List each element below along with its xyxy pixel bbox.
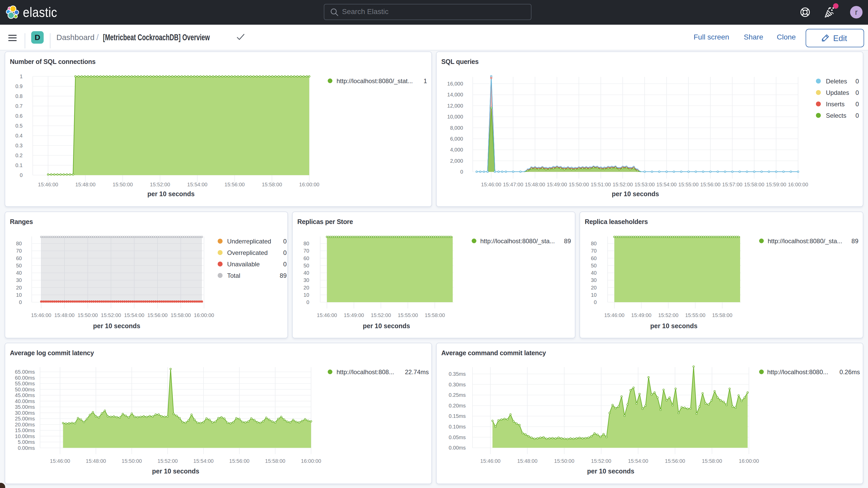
- svg-text:15:54:00: 15:54:00: [124, 312, 145, 318]
- svg-text:15:46:00: 15:46:00: [480, 458, 500, 464]
- svg-text:http://localhost:808...: http://localhost:808...: [337, 368, 394, 375]
- svg-text:15:46:00: 15:46:00: [481, 182, 501, 187]
- svg-text:Selects: Selects: [826, 112, 846, 119]
- svg-text:15:58:00: 15:58:00: [744, 182, 764, 187]
- svg-text:Total: Total: [227, 272, 240, 279]
- svg-text:15:59:00: 15:59:00: [766, 182, 786, 187]
- svg-text:http://localhost:8080...: http://localhost:8080...: [767, 368, 828, 375]
- svg-text:0.26ms: 0.26ms: [839, 368, 860, 375]
- svg-text:15:52:00: 15:52:00: [613, 182, 633, 187]
- svg-text:16:00:00: 16:00:00: [788, 182, 808, 187]
- svg-text:20: 20: [16, 285, 22, 291]
- svg-text:0: 0: [19, 299, 22, 305]
- svg-text:10.00ms: 10.00ms: [15, 433, 35, 439]
- svg-text:0.00ms: 0.00ms: [18, 445, 35, 451]
- svg-text:0.8: 0.8: [16, 93, 23, 99]
- svg-text:15:58:00: 15:58:00: [712, 312, 732, 318]
- svg-text:80: 80: [304, 241, 309, 246]
- svg-text:0: 0: [856, 78, 859, 85]
- svg-text:20.00ms: 20.00ms: [15, 422, 35, 427]
- svg-text:89: 89: [280, 272, 287, 279]
- svg-text:15:54:00: 15:54:00: [628, 458, 648, 464]
- svg-text:89: 89: [851, 238, 858, 245]
- svg-text:15:46:00: 15:46:00: [50, 458, 70, 464]
- svg-text:2,000: 2,000: [450, 158, 463, 164]
- svg-text:Underreplicated: Underreplicated: [227, 238, 271, 245]
- svg-text:15:49:00: 15:49:00: [631, 312, 652, 318]
- svg-text:1: 1: [20, 73, 23, 79]
- svg-text:89: 89: [564, 238, 571, 245]
- svg-text:0: 0: [594, 299, 597, 305]
- svg-text:10: 10: [304, 292, 309, 298]
- svg-text:15:50:00: 15:50:00: [122, 458, 142, 464]
- svg-text:15:46:00: 15:46:00: [317, 312, 337, 318]
- svg-text:0.3: 0.3: [16, 143, 23, 148]
- svg-text:per 10 seconds: per 10 seconds: [363, 322, 410, 330]
- svg-text:15.00ms: 15.00ms: [15, 427, 35, 433]
- svg-text:0.05ms: 0.05ms: [448, 434, 466, 440]
- svg-text:Overreplicated: Overreplicated: [227, 249, 268, 256]
- svg-text:16,000: 16,000: [447, 81, 463, 87]
- svg-text:0.5: 0.5: [16, 123, 23, 129]
- svg-text:Unavailable: Unavailable: [227, 261, 259, 268]
- svg-text:15:49:00: 15:49:00: [344, 312, 364, 318]
- svg-text:15:56:00: 15:56:00: [229, 458, 249, 464]
- svg-text:per 10 seconds: per 10 seconds: [93, 322, 140, 330]
- svg-text:14,000: 14,000: [447, 92, 463, 97]
- svg-text:15:54:00: 15:54:00: [193, 458, 214, 464]
- svg-text:0: 0: [283, 261, 287, 268]
- svg-text:70: 70: [304, 248, 309, 254]
- svg-text:70: 70: [591, 248, 597, 254]
- svg-text:15:58:00: 15:58:00: [265, 458, 285, 464]
- svg-text:60: 60: [16, 255, 22, 261]
- svg-text:15:48:00: 15:48:00: [86, 458, 106, 464]
- svg-text:15:46:00: 15:46:00: [604, 312, 624, 318]
- svg-text:0.35ms: 0.35ms: [448, 371, 466, 377]
- svg-text:15:46:00: 15:46:00: [38, 182, 58, 187]
- svg-text:80: 80: [591, 241, 597, 246]
- svg-text:15:50:00: 15:50:00: [554, 458, 574, 464]
- svg-text:15:48:00: 15:48:00: [75, 182, 96, 187]
- svg-text:50: 50: [16, 263, 22, 268]
- svg-text:15:50:00: 15:50:00: [569, 182, 589, 187]
- svg-text:16:00:00: 16:00:00: [739, 458, 759, 464]
- svg-text:15:48:00: 15:48:00: [525, 182, 545, 187]
- svg-text:Updates: Updates: [826, 89, 849, 96]
- svg-text:Inserts: Inserts: [826, 100, 845, 108]
- svg-text:25.00ms: 25.00ms: [15, 416, 35, 422]
- svg-text:10: 10: [16, 292, 22, 298]
- svg-text:10,000: 10,000: [447, 114, 463, 120]
- svg-text:r: r: [855, 8, 858, 17]
- svg-text:http://localhost:8080/_sta...: http://localhost:8080/_sta...: [768, 238, 842, 245]
- svg-text:35.00ms: 35.00ms: [15, 404, 35, 410]
- svg-text:15:56:00: 15:56:00: [701, 182, 721, 187]
- svg-text:0: 0: [856, 100, 859, 108]
- svg-text:0.20ms: 0.20ms: [448, 403, 466, 408]
- svg-text:15:48:00: 15:48:00: [54, 312, 74, 318]
- svg-text:0.30ms: 0.30ms: [448, 382, 466, 388]
- svg-text:0.1: 0.1: [16, 162, 23, 168]
- svg-text:15:57:00: 15:57:00: [722, 182, 742, 187]
- svg-text:0.9: 0.9: [16, 84, 23, 89]
- svg-text:20: 20: [304, 285, 309, 291]
- svg-text:70: 70: [16, 248, 22, 254]
- svg-text:12,000: 12,000: [447, 103, 463, 109]
- svg-text:5.00ms: 5.00ms: [18, 439, 35, 445]
- svg-text:15:56:00: 15:56:00: [224, 182, 245, 187]
- svg-text:15:49:00: 15:49:00: [547, 182, 567, 187]
- svg-text:per 10 seconds: per 10 seconds: [650, 322, 698, 330]
- svg-text:16:00:00: 16:00:00: [301, 458, 321, 464]
- svg-text:per 10 seconds: per 10 seconds: [152, 467, 199, 475]
- svg-text:15:48:00: 15:48:00: [517, 458, 537, 464]
- svg-text:15:58:00: 15:58:00: [702, 458, 722, 464]
- svg-text:60: 60: [591, 255, 597, 261]
- svg-text:30: 30: [16, 277, 22, 283]
- svg-text:15:54:00: 15:54:00: [656, 182, 677, 187]
- svg-text:15:50:00: 15:50:00: [113, 182, 133, 187]
- svg-text:0: 0: [856, 112, 859, 119]
- svg-text:15:58:00: 15:58:00: [171, 312, 191, 318]
- svg-text:15:56:00: 15:56:00: [665, 458, 685, 464]
- svg-text:0: 0: [306, 299, 309, 305]
- svg-text:40: 40: [304, 270, 309, 276]
- svg-text:15:55:00: 15:55:00: [678, 182, 699, 187]
